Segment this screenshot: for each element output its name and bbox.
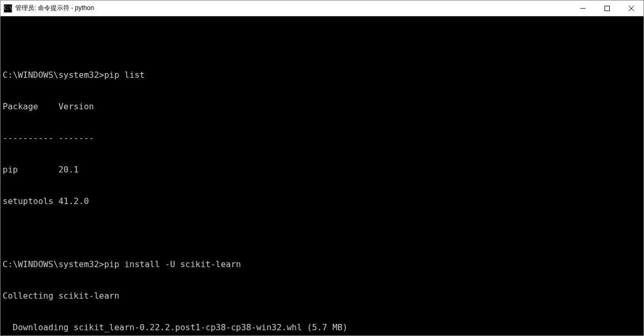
terminal-area[interactable]: C:\WINDOWS\system32>pip list Package Ver… [1,16,643,335]
minimize-icon [580,6,586,11]
window-title: 管理员: 命令提示符 - python [15,4,94,13]
terminal-line: Collecting scikit-learn [3,291,641,301]
minimize-button[interactable] [571,1,595,16]
terminal-line: Downloading scikit_learn-0.22.2.post1-cp… [3,322,641,333]
terminal-line: C:\WINDOWS\system32>pip list [3,70,641,80]
cmd-window: C:\ 管理员: 命令提示符 - python C:\WINDOWS\syste… [0,0,644,336]
maximize-icon [605,6,610,11]
titlebar[interactable]: C:\ 管理员: 命令提示符 - python [1,1,643,16]
terminal-line: setuptools 41.2.0 [3,196,641,207]
cmd-icon: C:\ [4,4,12,13]
terminal-line: Package Version [3,101,641,112]
terminal-line: C:\WINDOWS\system32>pip install -U sciki… [3,259,641,270]
maximize-button[interactable] [595,1,619,16]
window-controls [571,1,643,16]
terminal-line: ---------- ------- [3,133,641,144]
terminal-line: pip 20.1 [3,165,641,175]
close-icon [629,6,634,11]
titlebar-left: C:\ 管理员: 命令提示符 - python [4,4,94,13]
terminal-line [3,228,641,238]
close-button[interactable] [619,1,643,16]
terminal-line [3,38,641,49]
svg-rect-1 [605,6,610,11]
